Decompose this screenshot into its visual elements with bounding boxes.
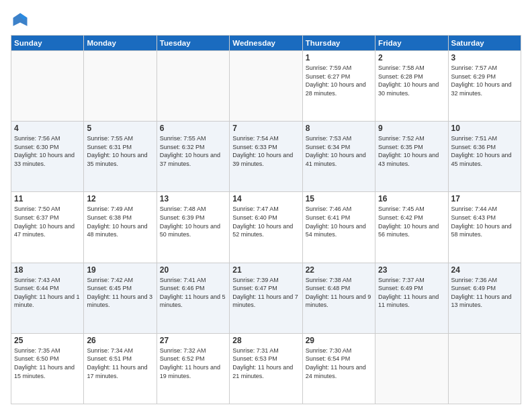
calendar-header-sunday: Sunday bbox=[11, 36, 84, 51]
day-info: Sunrise: 7:53 AM Sunset: 6:34 PM Dayligh… bbox=[306, 134, 372, 168]
calendar-week-3: 11Sunrise: 7:50 AM Sunset: 6:37 PM Dayli… bbox=[11, 192, 521, 263]
calendar-cell: 8Sunrise: 7:53 AM Sunset: 6:34 PM Daylig… bbox=[302, 122, 375, 192]
day-number: 11 bbox=[14, 194, 81, 203]
day-info: Sunrise: 7:31 AM Sunset: 6:53 PM Dayligh… bbox=[232, 347, 299, 380]
day-number: 19 bbox=[87, 265, 153, 275]
calendar-cell: 24Sunrise: 7:36 AM Sunset: 6:49 PM Dayli… bbox=[448, 263, 521, 333]
day-info: Sunrise: 7:45 AM Sunset: 6:42 PM Dayligh… bbox=[378, 205, 445, 238]
calendar-header-saturday: Saturday bbox=[448, 36, 521, 51]
day-number: 17 bbox=[451, 194, 518, 203]
day-info: Sunrise: 7:42 AM Sunset: 6:45 PM Dayligh… bbox=[87, 276, 153, 310]
day-number: 6 bbox=[160, 124, 226, 133]
calendar-cell: 14Sunrise: 7:47 AM Sunset: 6:40 PM Dayli… bbox=[230, 192, 302, 263]
day-number: 22 bbox=[306, 265, 372, 275]
calendar-cell bbox=[11, 51, 84, 122]
calendar-header-row: SundayMondayTuesdayWednesdayThursdayFrid… bbox=[11, 36, 521, 51]
day-info: Sunrise: 7:32 AM Sunset: 6:52 PM Dayligh… bbox=[160, 347, 226, 380]
calendar-cell: 11Sunrise: 7:50 AM Sunset: 6:37 PM Dayli… bbox=[11, 192, 84, 263]
calendar-header-monday: Monday bbox=[84, 36, 157, 51]
day-number: 25 bbox=[14, 336, 81, 345]
calendar-header-wednesday: Wednesday bbox=[230, 36, 302, 51]
day-info: Sunrise: 7:58 AM Sunset: 6:28 PM Dayligh… bbox=[378, 64, 445, 97]
day-number: 15 bbox=[306, 194, 372, 203]
day-info: Sunrise: 7:54 AM Sunset: 6:33 PM Dayligh… bbox=[232, 134, 299, 168]
day-number: 14 bbox=[232, 194, 299, 203]
day-info: Sunrise: 7:37 AM Sunset: 6:49 PM Dayligh… bbox=[378, 276, 445, 310]
calendar-cell bbox=[375, 333, 448, 404]
calendar-cell: 2Sunrise: 7:58 AM Sunset: 6:28 PM Daylig… bbox=[375, 51, 448, 122]
calendar-cell: 6Sunrise: 7:55 AM Sunset: 6:32 PM Daylig… bbox=[157, 122, 229, 192]
day-info: Sunrise: 7:41 AM Sunset: 6:46 PM Dayligh… bbox=[160, 276, 226, 310]
calendar-header-thursday: Thursday bbox=[302, 36, 375, 51]
day-number: 13 bbox=[160, 194, 226, 203]
calendar-week-4: 18Sunrise: 7:43 AM Sunset: 6:44 PM Dayli… bbox=[11, 263, 521, 333]
calendar-cell bbox=[157, 51, 229, 122]
calendar-cell: 3Sunrise: 7:57 AM Sunset: 6:29 PM Daylig… bbox=[448, 51, 521, 122]
calendar-cell: 19Sunrise: 7:42 AM Sunset: 6:45 PM Dayli… bbox=[84, 263, 157, 333]
day-number: 12 bbox=[87, 194, 153, 203]
calendar-week-5: 25Sunrise: 7:35 AM Sunset: 6:50 PM Dayli… bbox=[11, 333, 521, 404]
calendar-cell: 5Sunrise: 7:55 AM Sunset: 6:31 PM Daylig… bbox=[84, 122, 157, 192]
calendar-week-2: 4Sunrise: 7:56 AM Sunset: 6:30 PM Daylig… bbox=[11, 122, 521, 192]
calendar-cell: 10Sunrise: 7:51 AM Sunset: 6:36 PM Dayli… bbox=[448, 122, 521, 192]
day-number: 28 bbox=[232, 336, 299, 345]
day-number: 20 bbox=[160, 265, 226, 275]
header bbox=[11, 11, 521, 30]
day-number: 16 bbox=[378, 194, 445, 203]
day-info: Sunrise: 7:50 AM Sunset: 6:37 PM Dayligh… bbox=[14, 205, 81, 238]
logo bbox=[11, 11, 32, 30]
calendar-cell: 26Sunrise: 7:34 AM Sunset: 6:51 PM Dayli… bbox=[84, 333, 157, 404]
calendar-cell: 4Sunrise: 7:56 AM Sunset: 6:30 PM Daylig… bbox=[11, 122, 84, 192]
day-info: Sunrise: 7:49 AM Sunset: 6:38 PM Dayligh… bbox=[87, 205, 153, 238]
day-number: 27 bbox=[160, 336, 226, 345]
day-number: 18 bbox=[14, 265, 81, 275]
calendar-cell: 12Sunrise: 7:49 AM Sunset: 6:38 PM Dayli… bbox=[84, 192, 157, 263]
calendar-cell: 29Sunrise: 7:30 AM Sunset: 6:54 PM Dayli… bbox=[302, 333, 375, 404]
calendar-cell: 7Sunrise: 7:54 AM Sunset: 6:33 PM Daylig… bbox=[230, 122, 302, 192]
day-info: Sunrise: 7:36 AM Sunset: 6:49 PM Dayligh… bbox=[451, 276, 518, 310]
calendar-cell: 15Sunrise: 7:46 AM Sunset: 6:41 PM Dayli… bbox=[302, 192, 375, 263]
day-number: 7 bbox=[232, 124, 299, 133]
day-number: 3 bbox=[451, 53, 518, 62]
day-info: Sunrise: 7:57 AM Sunset: 6:29 PM Dayligh… bbox=[451, 64, 518, 97]
calendar-cell bbox=[448, 333, 521, 404]
day-info: Sunrise: 7:59 AM Sunset: 6:27 PM Dayligh… bbox=[306, 64, 372, 97]
day-info: Sunrise: 7:30 AM Sunset: 6:54 PM Dayligh… bbox=[306, 347, 372, 380]
day-info: Sunrise: 7:56 AM Sunset: 6:30 PM Dayligh… bbox=[14, 134, 81, 168]
day-info: Sunrise: 7:35 AM Sunset: 6:50 PM Dayligh… bbox=[14, 347, 81, 380]
day-number: 26 bbox=[87, 336, 153, 345]
day-number: 23 bbox=[378, 265, 445, 275]
day-info: Sunrise: 7:48 AM Sunset: 6:39 PM Dayligh… bbox=[160, 205, 226, 238]
calendar-cell bbox=[84, 51, 157, 122]
calendar-week-1: 1Sunrise: 7:59 AM Sunset: 6:27 PM Daylig… bbox=[11, 51, 521, 122]
calendar-header-friday: Friday bbox=[375, 36, 448, 51]
page: SundayMondayTuesdayWednesdayThursdayFrid… bbox=[0, 0, 532, 411]
day-info: Sunrise: 7:34 AM Sunset: 6:51 PM Dayligh… bbox=[87, 347, 153, 380]
calendar-cell: 20Sunrise: 7:41 AM Sunset: 6:46 PM Dayli… bbox=[157, 263, 229, 333]
calendar-cell: 23Sunrise: 7:37 AM Sunset: 6:49 PM Dayli… bbox=[375, 263, 448, 333]
day-info: Sunrise: 7:51 AM Sunset: 6:36 PM Dayligh… bbox=[451, 134, 518, 168]
day-info: Sunrise: 7:44 AM Sunset: 6:43 PM Dayligh… bbox=[451, 205, 518, 238]
calendar-cell: 22Sunrise: 7:38 AM Sunset: 6:48 PM Dayli… bbox=[302, 263, 375, 333]
day-number: 10 bbox=[451, 124, 518, 133]
day-info: Sunrise: 7:38 AM Sunset: 6:48 PM Dayligh… bbox=[306, 276, 372, 310]
calendar: SundayMondayTuesdayWednesdayThursdayFrid… bbox=[11, 35, 521, 404]
calendar-cell bbox=[230, 51, 302, 122]
day-info: Sunrise: 7:43 AM Sunset: 6:44 PM Dayligh… bbox=[14, 276, 81, 310]
calendar-cell: 17Sunrise: 7:44 AM Sunset: 6:43 PM Dayli… bbox=[448, 192, 521, 263]
day-number: 1 bbox=[306, 53, 372, 62]
calendar-cell: 25Sunrise: 7:35 AM Sunset: 6:50 PM Dayli… bbox=[11, 333, 84, 404]
day-number: 4 bbox=[14, 124, 81, 133]
calendar-cell: 18Sunrise: 7:43 AM Sunset: 6:44 PM Dayli… bbox=[11, 263, 84, 333]
day-info: Sunrise: 7:55 AM Sunset: 6:31 PM Dayligh… bbox=[87, 134, 153, 168]
calendar-cell: 21Sunrise: 7:39 AM Sunset: 6:47 PM Dayli… bbox=[230, 263, 302, 333]
day-number: 5 bbox=[87, 124, 153, 133]
day-info: Sunrise: 7:39 AM Sunset: 6:47 PM Dayligh… bbox=[232, 276, 299, 310]
calendar-cell: 9Sunrise: 7:52 AM Sunset: 6:35 PM Daylig… bbox=[375, 122, 448, 192]
day-number: 9 bbox=[378, 124, 445, 133]
day-number: 29 bbox=[306, 336, 372, 345]
day-info: Sunrise: 7:52 AM Sunset: 6:35 PM Dayligh… bbox=[378, 134, 445, 168]
day-info: Sunrise: 7:46 AM Sunset: 6:41 PM Dayligh… bbox=[306, 205, 372, 238]
calendar-cell: 1Sunrise: 7:59 AM Sunset: 6:27 PM Daylig… bbox=[302, 51, 375, 122]
calendar-header-tuesday: Tuesday bbox=[157, 36, 229, 51]
